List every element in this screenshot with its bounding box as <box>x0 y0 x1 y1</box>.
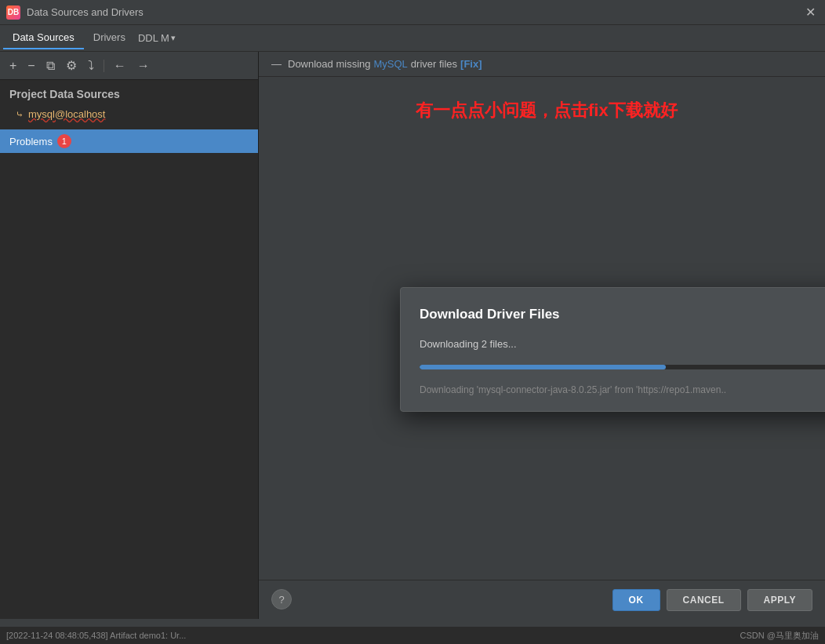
warning-dash: — <box>271 58 282 70</box>
dialog-title: Download Driver Files <box>420 307 825 322</box>
mysql-driver-link[interactable]: MySQL <box>374 58 408 70</box>
title-bar: DB Data Sources and Drivers ✕ <box>0 0 825 25</box>
app-icon-text: DB <box>8 8 19 16</box>
tab-ddl-mappings[interactable]: DDL M ▾ <box>135 27 179 49</box>
mysql-localhost-item[interactable]: ⤷ mysql@localhost <box>0 105 258 123</box>
import-button[interactable]: ⤵ <box>85 57 97 75</box>
content-area: — Download missing MySQL driver files [F… <box>259 52 825 619</box>
download-detail-text: Downloading 'mysql-connector-java-8.0.25… <box>420 384 825 395</box>
download-dialog: Download Driver Files Downloading 2 file… <box>400 287 825 412</box>
dialog-body: Downloading 2 files... CANCEL Downloadin… <box>420 338 825 395</box>
progress-row: CANCEL <box>420 356 825 378</box>
status-bar: [2022-11-24 08:48:05,438] Artifact demo1… <box>0 627 825 644</box>
tab-dropdown-icon: ▾ <box>171 33 176 43</box>
sidebar-toolbar: + − ⧉ ⚙ ⤵ ← → <box>0 52 258 80</box>
fix-link[interactable]: [Fix] <box>460 58 482 70</box>
tab-drivers[interactable]: Drivers <box>84 27 135 49</box>
warning-suffix: driver files <box>411 58 457 70</box>
ide-window: DB Data Sources and Drivers ✕ Data Sourc… <box>0 0 825 644</box>
app-icon: DB <box>6 5 20 20</box>
main-layout: + − ⧉ ⚙ ⤵ ← → Project Data Sources ⤷ mys… <box>0 52 825 619</box>
status-bar-brand: CSDN @马里奥加油 <box>740 630 819 642</box>
annotation-text: 有一点点小问题，点击fix下载就好 <box>416 99 678 122</box>
title-bar-text: Data Sources and Drivers <box>27 6 144 18</box>
ok-button[interactable]: OK <box>612 589 660 611</box>
project-data-sources-title: Project Data Sources <box>0 80 258 105</box>
status-bar-log: [2022-11-24 08:48:05,438] Artifact demo1… <box>6 631 740 640</box>
problems-tab[interactable]: Problems 1 <box>0 129 258 153</box>
cancel-button[interactable]: CANCEL <box>667 589 741 611</box>
bottom-bar: OK CANCEL APPLY <box>259 580 825 619</box>
tab-drivers-label: Drivers <box>93 31 125 43</box>
tab-data-sources[interactable]: Data Sources <box>3 27 84 49</box>
back-button[interactable]: ← <box>111 57 129 75</box>
problems-tab-label: Problems <box>9 136 53 147</box>
tab-bar: Data Sources Drivers DDL M ▾ <box>0 25 825 52</box>
progress-label: Downloading 2 files... <box>420 338 825 350</box>
tab-ddl-label: DDL M <box>138 32 169 44</box>
sidebar: + − ⧉ ⚙ ⤵ ← → Project Data Sources ⤷ mys… <box>0 52 259 619</box>
close-button[interactable]: ✕ <box>802 5 819 20</box>
help-button[interactable]: ? <box>271 589 292 609</box>
problems-badge: 1 <box>57 134 71 148</box>
settings-button[interactable]: ⚙ <box>63 56 80 75</box>
warning-bar: — Download missing MySQL driver files [F… <box>259 52 825 77</box>
forward-button[interactable]: → <box>134 57 153 75</box>
progress-bar-fill <box>420 365 666 369</box>
toolbar-separator <box>104 60 104 72</box>
remove-datasource-button[interactable]: − <box>24 57 38 75</box>
progress-bar-bg <box>420 365 825 369</box>
apply-button[interactable]: APPLY <box>747 589 812 611</box>
copy-datasource-button[interactable]: ⧉ <box>43 57 58 75</box>
mysql-localhost-label: mysql@localhost <box>28 108 105 120</box>
tab-data-sources-label: Data Sources <box>13 31 75 43</box>
mysql-icon: ⤷ <box>16 109 24 120</box>
warning-prefix: Download missing <box>288 58 371 70</box>
add-datasource-button[interactable]: + <box>6 57 20 75</box>
